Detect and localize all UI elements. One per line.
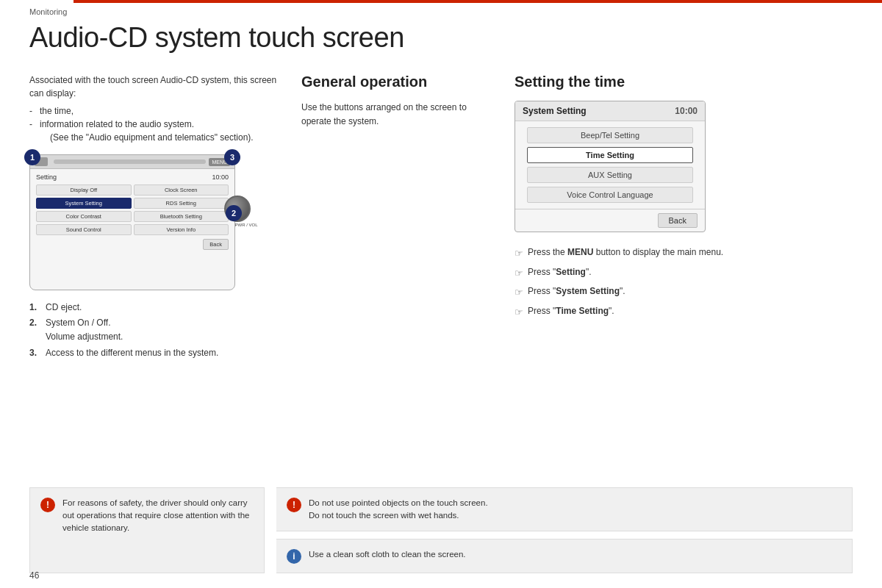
- badge-3: 3: [224, 149, 240, 165]
- panel-items: Beep/Tel Setting Time Setting AUX Settin…: [515, 121, 705, 209]
- setting-label: Setting: [36, 173, 57, 181]
- warning-safety: ! For reasons of safety, the driver shou…: [29, 487, 265, 574]
- warning-icon-red: !: [40, 498, 55, 512]
- panel-footer: Back: [515, 209, 705, 232]
- cell-display-off: Display Off: [36, 184, 132, 196]
- slider-icon: [54, 159, 206, 164]
- general-operation-body: Use the buttons arranged on the screen t…: [301, 101, 492, 129]
- panel-header: System Setting 10:00: [515, 101, 705, 121]
- screen-diagram: 1 3 MENU Setting 10:00 Display Off Clock…: [29, 154, 235, 290]
- cell-bluetooth-setting: Bluetooth Setting: [134, 211, 229, 222]
- warning-touchscreen: ! Do not use pointed objects on the touc…: [276, 487, 853, 532]
- numbered-item-2: 2. System On / Off.Volume adjustment.: [29, 316, 279, 344]
- item-num: 3.: [29, 346, 41, 360]
- bottom-warnings: ! For reasons of safety, the driver shou…: [29, 487, 853, 574]
- diagram-header: Setting 10:00: [36, 173, 229, 181]
- instruction-text: Press the MENU button to display the mai…: [528, 245, 723, 259]
- arrow-icon: ☞: [514, 246, 523, 261]
- panel-item-aux[interactable]: AUX Setting: [527, 167, 693, 183]
- cell-version-info: Version Info: [134, 224, 229, 235]
- info-icon-blue: i: [287, 549, 301, 564]
- menu-grid: Display Off Clock Screen System Setting …: [36, 184, 229, 235]
- panel-item-beep[interactable]: Beep/Tel Setting: [527, 127, 693, 143]
- instructions-list: ☞ Press the MENU button to display the m…: [514, 245, 853, 319]
- info-cloth-text: Use a clean soft cloth to clean the scre…: [309, 548, 466, 564]
- back-row: Back: [36, 239, 229, 250]
- back-btn-diagram: Back: [203, 239, 229, 250]
- panel-time: 10:00: [675, 106, 698, 116]
- instruction-2: ☞ Press "Setting".: [514, 265, 853, 281]
- badge-1: 1: [24, 149, 40, 165]
- instruction-4: ☞ Press "Time Setting".: [514, 304, 853, 320]
- numbered-item-1: 1. CD eject.: [29, 301, 279, 315]
- item-text: System On / Off.Volume adjustment.: [46, 316, 123, 344]
- cell-rds-setting: RDS Setting: [134, 198, 229, 209]
- setting-time-title: Setting the time: [514, 74, 853, 90]
- panel-title: System Setting: [523, 106, 587, 116]
- numbered-item-3: 3. Access to the different menus in the …: [29, 346, 279, 360]
- warning-safety-text: For reasons of safety, the driver should…: [62, 497, 254, 564]
- badge-2: 2: [226, 205, 242, 221]
- instruction-text: Press "Setting".: [528, 265, 592, 279]
- right-warning-col: ! Do not use pointed objects on the touc…: [276, 487, 853, 574]
- right-column: Setting the time System Setting 10:00 Be…: [492, 74, 853, 362]
- list-item: the time,: [29, 104, 279, 118]
- cell-clock-screen: Clock Screen: [134, 184, 229, 196]
- feature-list: the time, information related to the aud…: [29, 104, 279, 144]
- panel-item-voice[interactable]: Voice Control Language: [527, 187, 693, 203]
- cell-system-setting: System Setting: [36, 198, 132, 209]
- numbered-list: 1. CD eject. 2. System On / Off.Volume a…: [29, 301, 279, 360]
- list-item: information related to the audio system.: [29, 118, 279, 131]
- list-item-indent: (See the "Audio equipment and telematics…: [29, 131, 279, 144]
- general-operation-title: General operation: [301, 74, 492, 90]
- item-text: Access to the different menus in the sys…: [46, 346, 218, 360]
- content-columns: Associated with the touch screen Audio-C…: [29, 74, 853, 362]
- arrow-icon: ☞: [514, 305, 523, 320]
- page-title: Audio-CD system touch screen: [29, 22, 404, 54]
- instruction-text: Press "Time Setting".: [528, 304, 614, 318]
- intro-text: Associated with the touch screen Audio-C…: [29, 74, 279, 100]
- item-num: 1.: [29, 301, 41, 315]
- instruction-1: ☞ Press the MENU button to display the m…: [514, 245, 853, 261]
- arrow-icon: ☞: [514, 266, 523, 281]
- system-setting-panel: System Setting 10:00 Beep/Tel Setting Ti…: [514, 101, 706, 232]
- diagram-toolbar: MENU: [30, 155, 234, 169]
- diagram-content: Setting 10:00 Display Off Clock Screen S…: [30, 169, 234, 254]
- instruction-3: ☞ Press "System Setting".: [514, 284, 853, 300]
- knob-label: PWR / VOL: [227, 223, 265, 227]
- page-label: Monitoring: [29, 7, 67, 16]
- item-num: 2.: [29, 316, 41, 344]
- cell-color-contrast: Color Contrast: [36, 211, 132, 222]
- page-number: 46: [29, 570, 39, 581]
- panel-item-time-setting[interactable]: Time Setting: [527, 147, 693, 163]
- top-accent-bar: [74, 0, 882, 3]
- panel-back-button[interactable]: Back: [658, 213, 698, 228]
- info-cloth: i Use a clean soft cloth to clean the sc…: [276, 539, 853, 573]
- warning-icon-red-2: !: [287, 498, 301, 512]
- warning-touchscreen-text: Do not use pointed objects on the touch …: [309, 497, 488, 523]
- left-column: Associated with the touch screen Audio-C…: [29, 74, 279, 362]
- item-text: CD eject.: [46, 301, 82, 315]
- arrow-icon: ☞: [514, 285, 523, 300]
- time-display: 10:00: [212, 173, 229, 181]
- mid-column: General operation Use the buttons arrang…: [279, 74, 492, 362]
- instruction-text: Press "System Setting".: [528, 284, 625, 298]
- cell-sound-control: Sound Control: [36, 224, 132, 235]
